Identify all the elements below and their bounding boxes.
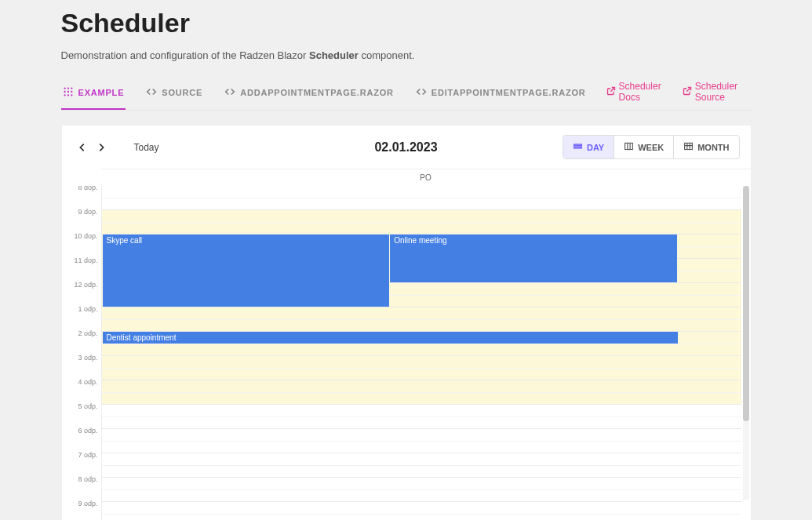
- week-view-icon: [624, 141, 634, 153]
- time-slot[interactable]: [102, 515, 741, 521]
- time-label: 10 dop.: [62, 232, 98, 240]
- external-link-icon: [683, 86, 692, 98]
- svg-point-5: [71, 91, 72, 93]
- svg-point-0: [64, 87, 65, 89]
- view-month-button[interactable]: MONTH: [673, 136, 738, 158]
- scheduler-docs-link[interactable]: Scheduler Docs: [606, 81, 668, 107]
- code-icon: [146, 86, 157, 99]
- tab-addappointmentpage[interactable]: ADDAPPOINTMENTPAGE.RAZOR: [223, 78, 395, 110]
- day-header: PO: [101, 169, 751, 186]
- svg-rect-9: [574, 144, 582, 146]
- view-switch: DAY WEEK MONTH: [563, 135, 740, 159]
- time-slot[interactable]: [102, 344, 741, 357]
- view-day-button[interactable]: DAY: [563, 136, 614, 158]
- time-label: 7 odp.: [62, 451, 98, 459]
- svg-rect-10: [574, 147, 582, 148]
- view-week-button[interactable]: WEEK: [614, 136, 673, 158]
- scrollbar[interactable]: [743, 186, 749, 500]
- svg-point-3: [64, 91, 65, 93]
- time-slot[interactable]: [102, 186, 741, 198]
- scheduler-toolbar: Today 02.01.2023 DAY WEEK: [62, 125, 751, 169]
- scrollbar-thumb[interactable]: [743, 186, 749, 421]
- svg-point-8: [71, 94, 72, 96]
- time-label: 6 odp.: [62, 427, 98, 435]
- grid-dots-icon: [63, 86, 74, 99]
- time-slot[interactable]: [102, 307, 741, 320]
- tab-bar: EXAMPLE SOURCE ADDAPPOINTMENTPAGE.RAZOR …: [61, 78, 752, 111]
- time-slot[interactable]: [102, 223, 741, 235]
- prev-button[interactable]: [73, 138, 92, 157]
- time-slot[interactable]: [102, 393, 741, 405]
- time-slot[interactable]: [102, 502, 741, 515]
- month-view-icon: [683, 141, 694, 153]
- time-label: 8 dop.: [62, 186, 98, 191]
- svg-point-4: [67, 91, 68, 93]
- current-date: 02.01.2023: [374, 140, 437, 155]
- external-link-icon: [606, 86, 616, 98]
- appointment[interactable]: Dentist appointment: [103, 332, 679, 344]
- time-label: 12 odp.: [62, 281, 98, 289]
- tab-example[interactable]: EXAMPLE: [61, 78, 126, 110]
- time-slot[interactable]: [102, 320, 741, 333]
- time-column: 8 dop.9 dop.10 dop.11 dop.12 odp.1 odp.2…: [62, 186, 101, 520]
- time-label: 9 odp.: [62, 500, 98, 507]
- time-slot[interactable]: [102, 442, 741, 454]
- svg-rect-12: [685, 143, 693, 149]
- time-label: 1 odp.: [62, 305, 98, 313]
- time-slot[interactable]: [102, 198, 741, 211]
- svg-point-1: [67, 87, 68, 89]
- time-slot[interactable]: [102, 210, 741, 223]
- grid-body[interactable]: Skype callOnline meetingDentist appointm…: [101, 186, 741, 520]
- time-slot[interactable]: [102, 453, 741, 466]
- appointment[interactable]: Skype call: [103, 235, 390, 307]
- time-label: 4 odp.: [62, 378, 98, 386]
- time-slot[interactable]: [102, 429, 741, 442]
- next-button[interactable]: [92, 138, 111, 157]
- time-slot[interactable]: [102, 490, 741, 503]
- time-slot[interactable]: [102, 466, 741, 478]
- svg-rect-11: [625, 143, 633, 149]
- tab-source[interactable]: SOURCE: [144, 78, 204, 110]
- time-slot[interactable]: [102, 478, 741, 490]
- svg-point-6: [64, 94, 65, 96]
- time-label: 5 odp.: [62, 402, 98, 410]
- time-label: 11 dop.: [62, 256, 98, 264]
- time-slot[interactable]: [102, 356, 741, 369]
- page-subtitle: Demonstration and configuration of the R…: [61, 49, 752, 61]
- time-label: 2 odp.: [62, 329, 98, 337]
- scheduler-card: Today 02.01.2023 DAY WEEK: [61, 125, 752, 520]
- svg-point-2: [71, 87, 72, 89]
- time-slot[interactable]: [102, 405, 741, 417]
- tab-editappointmentpage[interactable]: EDITAPPOINTMENTPAGE.RAZOR: [414, 78, 588, 110]
- day-view-icon: [573, 141, 583, 153]
- today-button[interactable]: Today: [134, 142, 159, 153]
- time-label: 9 dop.: [62, 208, 98, 216]
- time-label: 3 odp.: [62, 354, 98, 362]
- appointment[interactable]: Online meeting: [390, 235, 677, 282]
- scheduler-source-link[interactable]: Scheduler Source: [683, 81, 752, 107]
- time-label: 8 odp.: [62, 475, 98, 483]
- time-slot[interactable]: [102, 380, 741, 393]
- schedule-grid[interactable]: 8 dop.9 dop.10 dop.11 dop.12 odp.1 odp.2…: [62, 186, 751, 520]
- time-slot[interactable]: [102, 369, 741, 381]
- time-slot[interactable]: [102, 417, 741, 430]
- page-title: Scheduler: [61, 8, 752, 38]
- code-icon: [416, 86, 427, 99]
- code-icon: [224, 86, 235, 99]
- svg-point-7: [67, 94, 68, 96]
